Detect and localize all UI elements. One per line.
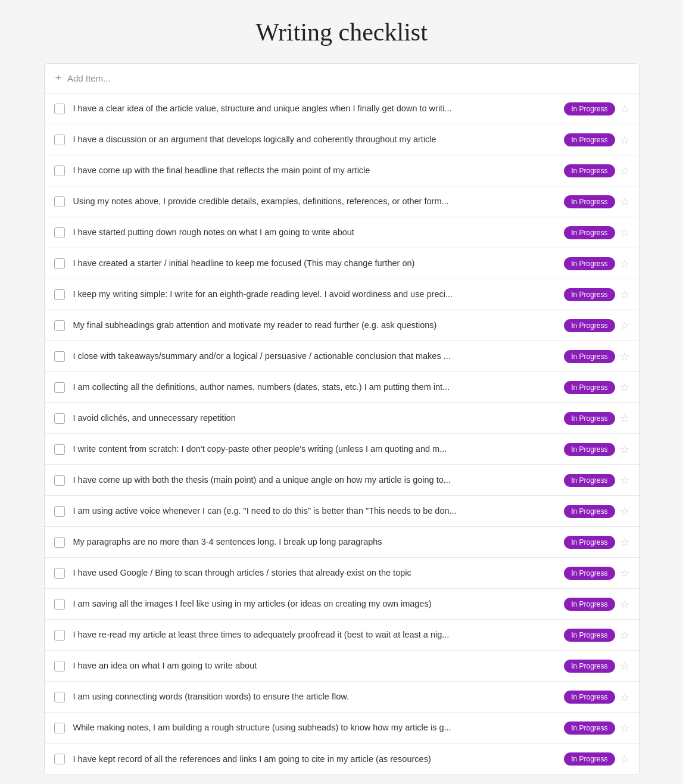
item-checkbox[interactable]: [54, 506, 65, 517]
star-icon[interactable]: ☆: [620, 443, 629, 456]
checklist-item: I have used Google / Bing to scan throug…: [45, 558, 639, 589]
star-icon[interactable]: ☆: [620, 381, 629, 394]
star-icon[interactable]: ☆: [620, 567, 629, 580]
checklist-item: I am using active voice whenever I can (…: [45, 496, 639, 527]
item-text: While making notes, I am building a roug…: [73, 721, 559, 733]
item-text: I have re-read my article at least three…: [73, 629, 559, 641]
item-checkbox[interactable]: [54, 382, 65, 393]
item-text: I am using active voice whenever I can (…: [73, 505, 559, 517]
item-checkbox[interactable]: [54, 754, 65, 764]
item-text: I avoid clichés, and unnecessary repetit…: [73, 412, 559, 424]
item-checkbox[interactable]: [54, 661, 65, 671]
star-icon[interactable]: ☆: [620, 505, 629, 518]
checklist-item: I am collecting all the definitions, aut…: [45, 372, 639, 403]
checklist-item: I have a clear idea of the article value…: [45, 93, 639, 124]
status-badge: In Progress: [564, 660, 615, 673]
item-checkbox[interactable]: [54, 630, 65, 641]
item-text: I have a clear idea of the article value…: [73, 102, 559, 114]
status-badge: In Progress: [564, 226, 615, 239]
star-icon[interactable]: ☆: [620, 195, 629, 208]
item-text: I have started putting down rough notes …: [73, 226, 559, 238]
item-checkbox[interactable]: [54, 723, 65, 733]
status-badge: In Progress: [564, 474, 615, 487]
checklist-item: I write content from scratch: I don't co…: [45, 434, 639, 465]
star-icon[interactable]: ☆: [620, 412, 629, 425]
add-item-label: Add Item...: [67, 73, 111, 83]
item-text: I have come up with both the thesis (mai…: [73, 474, 559, 486]
status-badge: In Progress: [564, 536, 615, 549]
item-text: I am saving all the images I feel like u…: [73, 598, 559, 610]
status-badge: In Progress: [564, 629, 615, 642]
star-icon[interactable]: ☆: [620, 226, 629, 239]
checklist-item: I have re-read my article at least three…: [45, 620, 639, 651]
star-icon[interactable]: ☆: [620, 133, 629, 146]
item-checkbox[interactable]: [54, 320, 65, 331]
add-item-row[interactable]: + Add Item...: [45, 64, 639, 93]
status-badge: In Progress: [564, 381, 615, 394]
status-badge: In Progress: [564, 567, 615, 580]
item-checkbox[interactable]: [54, 692, 65, 702]
checklist-item: I am using connecting words (transition …: [45, 682, 639, 713]
page-title: Writing checklist: [44, 18, 640, 46]
star-icon[interactable]: ☆: [620, 474, 629, 487]
checklist-item: While making notes, I am building a roug…: [45, 713, 639, 744]
item-checkbox[interactable]: [54, 444, 65, 455]
item-text: I am using connecting words (transition …: [73, 691, 559, 702]
checklist-item: I have started putting down rough notes …: [45, 217, 639, 248]
item-text: My final subheadings grab attention and …: [73, 319, 559, 331]
star-icon[interactable]: ☆: [620, 752, 629, 766]
item-checkbox[interactable]: [54, 475, 65, 486]
star-icon[interactable]: ☆: [620, 257, 629, 270]
checklist-item: My paragraphs are no more than 3-4 sente…: [45, 527, 639, 558]
star-icon[interactable]: ☆: [620, 102, 629, 115]
item-text: I am collecting all the definitions, aut…: [73, 381, 559, 393]
star-icon[interactable]: ☆: [620, 288, 629, 301]
checklist-item: I have come up with the final headline t…: [45, 155, 639, 186]
page-container: Writing checklist + Add Item... I have a…: [44, 18, 640, 775]
checklist-item: I have come up with both the thesis (mai…: [45, 465, 639, 496]
status-badge: In Progress: [564, 257, 615, 270]
item-checkbox[interactable]: [54, 568, 65, 579]
item-checkbox[interactable]: [54, 599, 65, 610]
item-checkbox[interactable]: [54, 258, 65, 269]
status-badge: In Progress: [564, 721, 615, 735]
checklist-items: I have a clear idea of the article value…: [45, 93, 639, 774]
item-checkbox[interactable]: [54, 227, 65, 238]
item-checkbox[interactable]: [54, 537, 65, 548]
star-icon[interactable]: ☆: [620, 350, 629, 363]
checklist-item: I have an idea on what I am going to wri…: [45, 651, 639, 682]
item-text: I have come up with the final headline t…: [73, 164, 559, 176]
star-icon[interactable]: ☆: [620, 536, 629, 549]
star-icon[interactable]: ☆: [620, 598, 629, 611]
item-checkbox[interactable]: [54, 165, 65, 176]
status-badge: In Progress: [564, 752, 615, 766]
item-checkbox[interactable]: [54, 196, 65, 207]
star-icon[interactable]: ☆: [620, 660, 629, 673]
status-badge: In Progress: [564, 443, 615, 456]
star-icon[interactable]: ☆: [620, 629, 629, 642]
item-checkbox[interactable]: [54, 289, 65, 300]
checklist-item: I have created a starter / initial headl…: [45, 248, 639, 279]
item-checkbox[interactable]: [54, 413, 65, 424]
status-badge: In Progress: [564, 288, 615, 301]
item-text: I close with takeaways/summary and/or a …: [73, 350, 559, 362]
checklist-container: + Add Item... I have a clear idea of the…: [44, 63, 640, 775]
checklist-item: I keep my writing simple: I write for an…: [45, 279, 639, 310]
item-checkbox[interactable]: [54, 351, 65, 362]
status-badge: In Progress: [564, 319, 615, 332]
status-badge: In Progress: [564, 133, 615, 146]
star-icon[interactable]: ☆: [620, 319, 629, 332]
status-badge: In Progress: [564, 598, 615, 611]
item-text: My paragraphs are no more than 3-4 sente…: [73, 536, 559, 548]
item-text: I have a discussion or an argument that …: [73, 133, 559, 145]
checklist-item: Using my notes above, I provide credible…: [45, 186, 639, 217]
star-icon[interactable]: ☆: [620, 691, 629, 704]
item-text: Using my notes above, I provide credible…: [73, 195, 559, 207]
checklist-item: I have a discussion or an argument that …: [45, 124, 639, 155]
item-checkbox[interactable]: [54, 135, 65, 145]
checklist-item: My final subheadings grab attention and …: [45, 310, 639, 341]
star-icon[interactable]: ☆: [620, 164, 629, 177]
item-checkbox[interactable]: [54, 104, 65, 114]
star-icon[interactable]: ☆: [620, 721, 629, 735]
item-text: I have an idea on what I am going to wri…: [73, 660, 559, 671]
